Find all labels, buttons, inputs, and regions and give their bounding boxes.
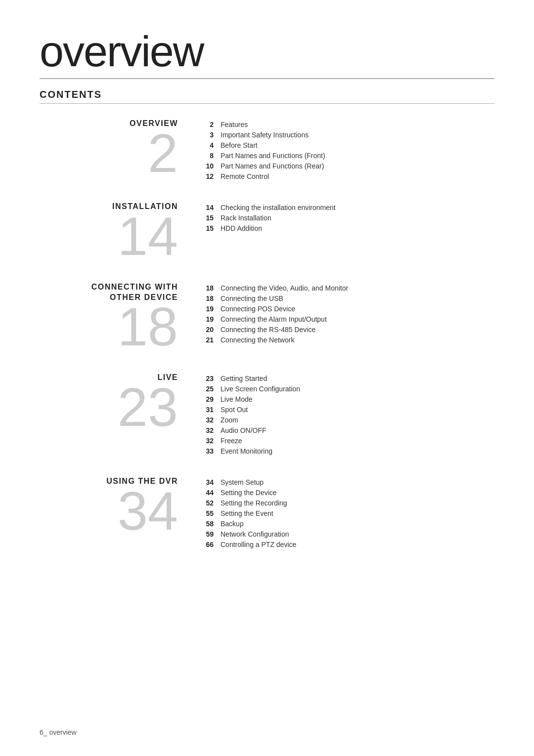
section-number-connecting: 18	[118, 299, 178, 354]
entry-number: 44	[198, 489, 214, 497]
entry-number: 25	[198, 385, 214, 393]
entry-number: 58	[198, 520, 214, 528]
section-entries-installation: 14Checking the installation environment1…	[198, 202, 494, 235]
entry-text: Audio ON/OFF	[221, 426, 267, 434]
entry-number: 3	[198, 131, 214, 139]
section-entries-overview: 2Features3Important Safety Instructions4…	[198, 119, 494, 183]
entry-number: 19	[198, 305, 214, 313]
entry-text: Live Screen Configuration	[221, 385, 300, 393]
section-number-overview: 2	[148, 126, 178, 180]
title-section: overview	[40, 30, 494, 79]
entry-row: 18Connecting the USB	[198, 294, 494, 302]
entry-number: 29	[198, 395, 214, 403]
entry-number: 66	[198, 541, 214, 548]
section-entries-live: 23Getting Started25Live Screen Configura…	[198, 373, 494, 458]
entry-row: 44Setting the Device	[198, 489, 494, 497]
entry-number: 4	[198, 141, 214, 149]
entry-text: Rack Installation	[221, 214, 271, 222]
entry-number: 12	[198, 172, 214, 180]
entry-number: 14	[198, 204, 214, 211]
section-entries-connecting: 18Connecting the Video, Audio, and Monit…	[198, 282, 494, 346]
entry-row: 55Setting the Event	[198, 509, 494, 517]
entry-number: 15	[198, 214, 214, 222]
entry-row: 19Connecting POS Device	[198, 305, 494, 313]
entry-number: 59	[198, 530, 214, 538]
section-left-live: LIVE23	[40, 373, 198, 434]
entry-row: 18Connecting the Video, Audio, and Monit…	[198, 284, 494, 292]
entry-text: Network Configuration	[221, 530, 289, 538]
page-title: overview	[40, 30, 494, 73]
entry-number: 23	[198, 375, 214, 382]
entry-row: 3Important Safety Instructions	[198, 131, 494, 139]
entry-row: 4Before Start	[198, 141, 494, 149]
entry-number: 18	[198, 284, 214, 292]
entry-text: System Setup	[221, 478, 264, 486]
entry-text: Spot Out	[221, 406, 248, 414]
entry-number: 20	[198, 326, 214, 334]
entry-row: 2Features	[198, 121, 494, 128]
entry-text: Connecting the RS-485 Device	[221, 326, 315, 334]
entry-row: 19Connecting the Alarm Input/Output	[198, 315, 494, 323]
entry-row: 66Controlling a PTZ device	[198, 541, 494, 548]
entry-text: Connecting the USB	[221, 294, 283, 302]
entry-text: Features	[221, 121, 248, 128]
entry-number: 8	[198, 152, 214, 160]
section-row-live: LIVE2323Getting Started25Live Screen Con…	[40, 373, 494, 458]
entry-row: 58Backup	[198, 520, 494, 528]
entry-number: 33	[198, 447, 214, 455]
entry-row: 32Freeze	[198, 437, 494, 445]
entry-text: Before Start	[221, 141, 258, 149]
entry-number: 52	[198, 499, 214, 507]
section-left-using-dvr: USING THE DVR34	[40, 476, 198, 538]
entry-row: 34System Setup	[198, 478, 494, 486]
entry-number: 32	[198, 426, 214, 434]
entry-row: 32Zoom	[198, 416, 494, 424]
entry-text: Connecting the Alarm Input/Output	[221, 315, 327, 323]
section-row-overview: OVERVIEW22Features3Important Safety Inst…	[40, 119, 494, 183]
entry-text: Zoom	[221, 416, 238, 424]
section-row-installation: INSTALLATION1414Checking the installatio…	[40, 202, 494, 263]
sections-container: OVERVIEW22Features3Important Safety Inst…	[40, 119, 494, 551]
entry-row: 15Rack Installation	[198, 214, 494, 222]
entry-number: 19	[198, 315, 214, 323]
entry-text: Freeze	[221, 437, 242, 445]
entry-number: 32	[198, 416, 214, 424]
entry-row: 12Remote Control	[198, 172, 494, 180]
section-number-live: 23	[118, 380, 178, 434]
section-number-installation: 14	[118, 209, 178, 263]
section-left-connecting: CONNECTING WITHOTHER DEVICE18	[40, 282, 198, 354]
section-row-connecting: CONNECTING WITHOTHER DEVICE1818Connectin…	[40, 282, 494, 354]
entry-text: Getting Started	[221, 375, 267, 382]
entry-text: Setting the Device	[221, 489, 277, 497]
entry-number: 2	[198, 121, 214, 128]
entry-number: 34	[198, 478, 214, 486]
entry-text: Part Names and Functions (Front)	[221, 152, 325, 160]
entry-text: Backup	[221, 520, 244, 528]
entry-text: Part Names and Functions (Rear)	[221, 162, 324, 170]
entry-text: Important Safety Instructions	[221, 131, 309, 139]
entry-number: 31	[198, 406, 214, 414]
entry-row: 15HDD Addition	[198, 224, 494, 232]
entry-number: 21	[198, 336, 214, 344]
entry-number: 55	[198, 509, 214, 517]
entry-row: 14Checking the installation environment	[198, 204, 494, 211]
entry-row: 25Live Screen Configuration	[198, 385, 494, 393]
entry-text: Event Monitoring	[221, 447, 272, 455]
entry-text: Controlling a PTZ device	[221, 541, 296, 548]
section-number-using-dvr: 34	[118, 484, 178, 538]
entry-row: 20Connecting the RS-485 Device	[198, 326, 494, 334]
page: overview CONTENTS OVERVIEW22Features3Imp…	[0, 0, 534, 756]
entry-text: HDD Addition	[221, 224, 262, 232]
entry-row: 33Event Monitoring	[198, 447, 494, 455]
entry-row: 32Audio ON/OFF	[198, 426, 494, 434]
entry-text: Live Mode	[221, 395, 253, 403]
entry-number: 10	[198, 162, 214, 170]
entry-text: Checking the installation environment	[221, 204, 336, 211]
entry-number: 18	[198, 294, 214, 302]
entry-row: 59Network Configuration	[198, 530, 494, 538]
section-entries-using-dvr: 34System Setup44Setting the Device52Sett…	[198, 476, 494, 551]
footer: 6_ overview	[40, 728, 77, 736]
entry-row: 8Part Names and Functions (Front)	[198, 152, 494, 160]
entry-text: Connecting the Network	[221, 336, 294, 344]
entry-text: Connecting the Video, Audio, and Monitor	[221, 284, 348, 292]
